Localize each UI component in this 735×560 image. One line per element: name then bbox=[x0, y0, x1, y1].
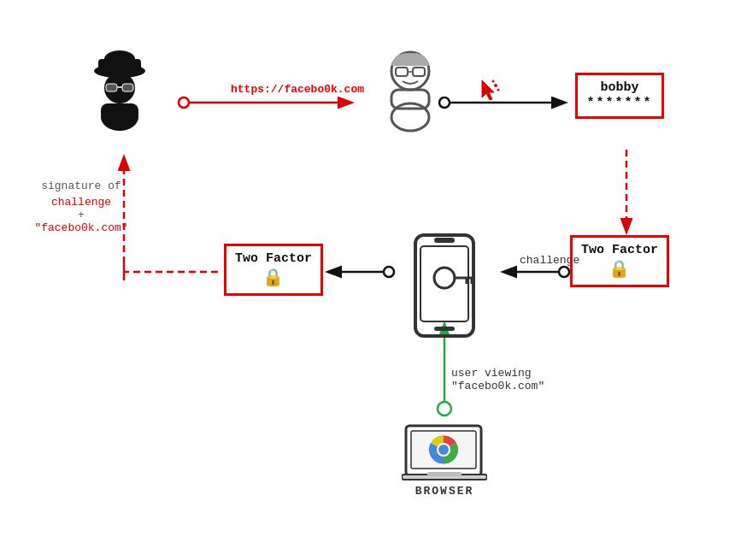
two-factor-left-label: Two Factor bbox=[235, 251, 312, 267]
browser-label: BROWSER bbox=[415, 485, 474, 498]
two-factor-right-label: Two Factor bbox=[581, 243, 658, 258]
lock-left-icon: 🔒 bbox=[262, 267, 284, 288]
svg-rect-29 bbox=[413, 68, 425, 76]
svg-rect-38 bbox=[434, 327, 455, 331]
svg-rect-23 bbox=[122, 84, 133, 91]
user-icon bbox=[379, 47, 443, 133]
bobby-node: bobby ******* bbox=[564, 73, 675, 119]
svg-text:user viewing: user viewing bbox=[451, 367, 532, 380]
svg-rect-22 bbox=[106, 84, 117, 91]
svg-point-35 bbox=[492, 80, 495, 83]
svg-point-50 bbox=[438, 445, 449, 455]
bobby-name: bobby bbox=[600, 80, 638, 96]
two-factor-left-box: Two Factor 🔒 bbox=[224, 244, 323, 296]
svg-point-40 bbox=[434, 268, 455, 288]
two-factor-right-node: Two Factor 🔒 bbox=[564, 235, 675, 287]
svg-point-1 bbox=[179, 97, 189, 108]
svg-rect-39 bbox=[434, 238, 455, 243]
two-factor-right-box: Two Factor 🔒 bbox=[570, 235, 669, 287]
lock-right-icon: 🔒 bbox=[609, 258, 630, 280]
diagram: https://facebo0k.com challenge user view… bbox=[0, 0, 735, 560]
hacker-icon bbox=[85, 47, 154, 133]
two-factor-left-node: Two Factor 🔒 bbox=[218, 244, 329, 296]
svg-text:"facebo0k.com": "facebo0k.com" bbox=[451, 380, 544, 392]
svg-point-20 bbox=[104, 50, 135, 68]
svg-point-34 bbox=[497, 89, 500, 91]
phone-icon bbox=[409, 231, 481, 342]
svg-rect-47 bbox=[427, 472, 462, 476]
svg-point-33 bbox=[494, 84, 497, 87]
signature-label: signature of challenge + "facebo0k.com" bbox=[26, 180, 137, 234]
url-label: https://facebo0k.com bbox=[231, 83, 364, 96]
user-node bbox=[372, 47, 449, 133]
phone-node bbox=[397, 231, 491, 342]
bobby-box: bobby ******* bbox=[575, 73, 663, 119]
cursor-icon bbox=[477, 79, 501, 107]
svg-point-14 bbox=[438, 402, 451, 416]
svg-point-9 bbox=[384, 267, 394, 277]
bobby-password: ******* bbox=[586, 96, 652, 111]
svg-rect-26 bbox=[101, 103, 138, 121]
svg-rect-32 bbox=[391, 90, 429, 109]
hacker-node bbox=[73, 47, 167, 133]
browser-icon bbox=[402, 419, 487, 483]
browser-node: BROWSER bbox=[389, 419, 500, 498]
svg-rect-37 bbox=[420, 246, 468, 321]
svg-rect-28 bbox=[396, 68, 408, 76]
